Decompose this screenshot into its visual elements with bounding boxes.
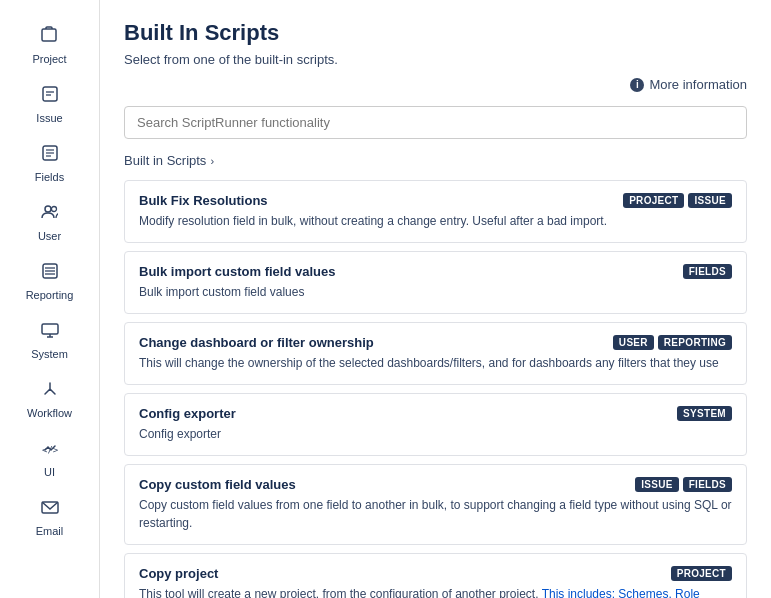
tag-system: SYSTEM: [677, 406, 732, 421]
svg-rect-1: [43, 87, 57, 101]
search-input[interactable]: [124, 106, 747, 139]
page-title: Built In Scripts: [124, 20, 747, 46]
script-card-header: Bulk import custom field values FIELDS: [139, 264, 732, 279]
sidebar-item-user[interactable]: User: [0, 193, 99, 252]
sidebar-item-issue[interactable]: Issue: [0, 75, 99, 134]
script-desc: Modify resolution field in bulk, without…: [139, 212, 732, 230]
sidebar: Project Issue Fields: [0, 0, 100, 598]
script-card-header: Change dashboard or filter ownership USE…: [139, 335, 732, 350]
script-desc: This will change the ownership of the se…: [139, 354, 732, 372]
page-subtitle: Select from one of the built-in scripts.: [124, 52, 747, 67]
desc-highlight: This includes: Schemes, Role memberships…: [139, 587, 727, 598]
tags: USER REPORTING: [613, 335, 732, 350]
script-card-bulk-fix-resolutions: Bulk Fix Resolutions PROJECT ISSUE Modif…: [124, 180, 747, 243]
tag-project: PROJECT: [623, 193, 684, 208]
script-card-header: Bulk Fix Resolutions PROJECT ISSUE: [139, 193, 732, 208]
sidebar-item-reporting[interactable]: Reporting: [0, 252, 99, 311]
tag-issue: ISSUE: [688, 193, 732, 208]
script-card-header: Config exporter SYSTEM: [139, 406, 732, 421]
info-icon: i: [630, 78, 644, 92]
svg-point-8: [45, 206, 51, 212]
sidebar-item-email-label: Email: [36, 525, 64, 537]
sidebar-item-reporting-label: Reporting: [26, 289, 74, 301]
script-title: Config exporter: [139, 406, 236, 421]
tags: ISSUE FIELDS: [635, 477, 732, 492]
tag-reporting: REPORTING: [658, 335, 732, 350]
script-desc: This tool will create a new project, fro…: [139, 585, 732, 598]
sidebar-item-workflow[interactable]: Workflow: [0, 370, 99, 429]
tags: FIELDS: [683, 264, 732, 279]
tags: PROJECT: [671, 566, 732, 581]
fields-icon: [41, 144, 59, 167]
more-info-label: More information: [649, 77, 747, 92]
tags: PROJECT ISSUE: [623, 193, 732, 208]
script-card-header: Copy project PROJECT: [139, 566, 732, 581]
more-info-row: i More information: [124, 77, 747, 92]
script-card-copy-project: Copy project PROJECT This tool will crea…: [124, 553, 747, 598]
sidebar-item-email[interactable]: Email: [0, 488, 99, 547]
script-title: Change dashboard or filter ownership: [139, 335, 374, 350]
email-icon: [41, 498, 59, 521]
sidebar-item-issue-label: Issue: [36, 112, 62, 124]
svg-rect-14: [42, 324, 58, 334]
tag-project: PROJECT: [671, 566, 732, 581]
script-card-header: Copy custom field values ISSUE FIELDS: [139, 477, 732, 492]
more-info-link[interactable]: i More information: [630, 77, 747, 92]
tag-fields: FIELDS: [683, 477, 732, 492]
script-card-copy-custom-field-values: Copy custom field values ISSUE FIELDS Co…: [124, 464, 747, 545]
sidebar-item-ui-label: UI: [44, 466, 55, 478]
sidebar-item-user-label: User: [38, 230, 61, 242]
script-card-config-exporter: Config exporter SYSTEM Config exporter: [124, 393, 747, 456]
sidebar-item-project-label: Project: [32, 53, 66, 65]
breadcrumb-link[interactable]: Built in Scripts: [124, 153, 206, 168]
tags: SYSTEM: [677, 406, 732, 421]
workflow-icon: [41, 380, 59, 403]
script-desc: Config exporter: [139, 425, 732, 443]
ui-icon: </>: [41, 439, 59, 462]
project-icon: [41, 26, 59, 49]
sidebar-item-fields[interactable]: Fields: [0, 134, 99, 193]
user-icon: [41, 203, 59, 226]
svg-point-9: [51, 207, 56, 212]
breadcrumb-chevron: ›: [210, 155, 214, 167]
sidebar-item-fields-label: Fields: [35, 171, 64, 183]
script-desc: Bulk import custom field values: [139, 283, 732, 301]
script-title: Bulk import custom field values: [139, 264, 336, 279]
scripts-list: Bulk Fix Resolutions PROJECT ISSUE Modif…: [124, 180, 747, 598]
tag-user: USER: [613, 335, 654, 350]
script-card-change-dashboard-ownership: Change dashboard or filter ownership USE…: [124, 322, 747, 385]
sidebar-item-workflow-label: Workflow: [27, 407, 72, 419]
system-icon: [41, 321, 59, 344]
script-card-bulk-import-custom-field: Bulk import custom field values FIELDS B…: [124, 251, 747, 314]
reporting-icon: [41, 262, 59, 285]
script-desc: Copy custom field values from one field …: [139, 496, 732, 532]
script-title: Copy project: [139, 566, 218, 581]
content-area: Built In Scripts Select from one of the …: [100, 0, 771, 598]
svg-text:</>: </>: [42, 445, 59, 455]
svg-rect-0: [42, 29, 56, 41]
main-content: Built In Scripts Select from one of the …: [100, 0, 771, 598]
sidebar-item-system[interactable]: System: [0, 311, 99, 370]
sidebar-item-project[interactable]: Project: [0, 16, 99, 75]
tag-issue: ISSUE: [635, 477, 679, 492]
sidebar-item-ui[interactable]: </> UI: [0, 429, 99, 488]
issue-icon: [41, 85, 59, 108]
script-title: Copy custom field values: [139, 477, 296, 492]
sidebar-item-system-label: System: [31, 348, 68, 360]
breadcrumb: Built in Scripts ›: [124, 153, 747, 168]
script-title: Bulk Fix Resolutions: [139, 193, 268, 208]
tag-fields: FIELDS: [683, 264, 732, 279]
